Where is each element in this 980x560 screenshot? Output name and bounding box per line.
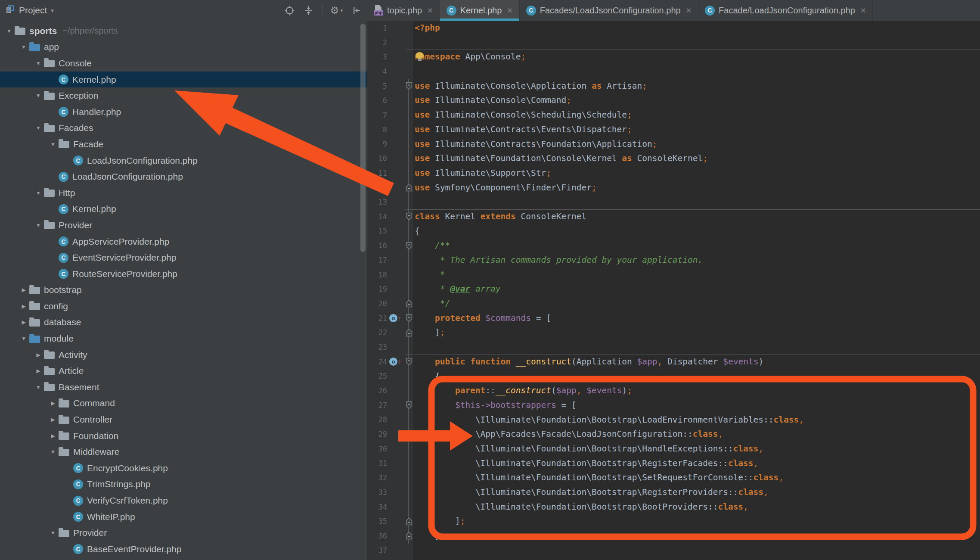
tree-item-console[interactable]: ▼Console [0,55,367,72]
chevron-collapsed-icon[interactable]: ▶ [34,352,43,358]
fold-collapse-icon[interactable] [403,314,415,322]
chevron-expanded-icon[interactable]: ▼ [48,141,58,147]
tree-item-database[interactable]: ▶database [0,314,367,331]
chevron-collapsed-icon[interactable]: ▶ [34,368,43,374]
chevron-expanded-icon[interactable]: ▼ [34,384,43,390]
tree-item-provider[interactable]: ▼Provider [0,217,367,233]
close-icon[interactable]: ✕ [686,6,692,15]
line-number[interactable]: 11 [367,169,387,177]
collapse-all-icon[interactable] [303,5,314,16]
code-editor[interactable]: 1<?php23namespace App\Console;45use Illu… [367,21,980,560]
chevron-expanded-icon[interactable]: ▼ [34,190,43,196]
tree-item-routeserviceprovider-php[interactable]: CRouteServiceProvider.php [0,266,367,282]
code-line-20[interactable]: 20 */ [367,296,980,311]
tree-item-eventserviceprovider-php[interactable]: CEventServiceProvider.php [0,249,367,266]
tree-item-appserviceprovider-php[interactable]: CAppServiceProvider.php [0,233,367,250]
code-line-26[interactable]: 26 parent::__construct($app, $events); [367,383,980,398]
tree-item-app[interactable]: ▼app [0,39,367,56]
settings-gear-icon[interactable]: ⚙ ▾ [330,6,343,16]
tree-item-facade[interactable]: ▼Facade [0,136,367,152]
tree-item-kernel-php[interactable]: CKernel.php [0,72,367,88]
close-icon[interactable]: ✕ [507,6,512,15]
line-number[interactable]: 37 [367,546,387,555]
chevron-expanded-icon[interactable]: ▼ [34,93,43,99]
line-number[interactable]: 8 [367,125,387,134]
line-number[interactable]: 13 [367,198,387,206]
chevron-expanded-icon[interactable]: ▼ [34,125,43,131]
line-number[interactable]: 1 [367,24,387,32]
chevron-collapsed-icon[interactable]: ▶ [48,417,58,423]
line-number[interactable]: 28 [367,415,387,424]
tree-item-facades[interactable]: ▼Facades [0,120,367,137]
tree-item-encryptcookies-php[interactable]: CEncryptCookies.php [0,460,367,476]
tree-item-activity[interactable]: ▶Activity [0,347,367,363]
code-line-27[interactable]: 27 $this->bootstrappers = [ [367,398,980,413]
code-line-14[interactable]: 14class Kernel extends ConsoleKernel [367,209,980,224]
line-number[interactable]: 36 [367,532,387,540]
code-line-7[interactable]: 7use Illuminate\Console\Scheduling\Sched… [367,108,980,122]
chevron-expanded-icon[interactable]: ▼ [48,449,58,455]
tree-item-http[interactable]: ▼Http [0,185,367,201]
tree-item-bootstrap[interactable]: ▶bootstrap [0,282,367,299]
code-line-19[interactable]: 19 * @var array [367,282,980,296]
chevron-collapsed-icon[interactable]: ▶ [48,433,58,439]
intention-bulb-icon[interactable] [416,52,424,59]
tab-facades-loadjsonconfiguration-php[interactable]: CFacades/LoadJsonConfiguration.php✕ [520,0,698,21]
line-number[interactable]: 9 [367,140,387,148]
close-icon[interactable]: ✕ [427,6,433,15]
line-number[interactable]: 17 [367,256,387,264]
line-number[interactable]: 5 [367,82,387,90]
chevron-expanded-icon[interactable]: ▼ [4,28,14,34]
code-line-35[interactable]: 35 ]; [367,514,980,529]
chevron-expanded-icon[interactable]: ▼ [48,530,58,536]
line-number[interactable]: 3 [367,53,387,61]
line-number[interactable]: 35 [367,517,387,526]
code-line-11[interactable]: 11use Illuminate\Support\Str; [367,166,980,180]
tree-item-verifycsrftoken-php[interactable]: CVerifyCsrfToken.php [0,492,367,509]
line-number[interactable]: 34 [367,503,387,511]
tree-item-loadjsonconfiguration-php[interactable]: CLoadJsonConfiguration.php [0,168,367,185]
chevron-collapsed-icon[interactable]: ▶ [19,287,28,293]
fold-end-icon[interactable] [403,329,415,337]
code-line-34[interactable]: 34 \Illuminate\Foundation\Bootstrap\Boot… [367,500,980,514]
code-line-3[interactable]: 3namespace App\Console; [367,50,980,64]
code-line-23[interactable]: 23 [367,340,980,355]
line-number[interactable]: 31 [367,459,387,467]
code-line-33[interactable]: 33 \Illuminate\Foundation\Bootstrap\Regi… [367,485,980,500]
code-line-10[interactable]: 10use Illuminate\Foundation\Console\Kern… [367,151,980,166]
line-number[interactable]: 2 [367,38,387,47]
code-line-25[interactable]: 25 { [367,369,980,384]
line-number[interactable]: 24 [367,358,387,366]
line-number[interactable]: 15 [367,227,387,235]
line-number[interactable]: 12 [367,183,387,192]
line-number[interactable]: 27 [367,401,387,410]
code-line-1[interactable]: 1<?php [367,21,980,35]
fold-end-icon[interactable] [403,532,415,540]
code-line-28[interactable]: 28 \Illuminate\Foundation\Bootstrap\Load… [367,413,980,427]
code-line-21[interactable]: 21o↑ protected $commands = [ [367,311,980,326]
line-number[interactable]: 16 [367,241,387,250]
tree-item-foundation[interactable]: ▶Foundation [0,428,367,444]
fold-collapse-icon[interactable] [403,82,415,90]
tab-facade-loadjsonconfiguration-php[interactable]: CFacade/LoadJsonConfiguration.php✕ [698,0,873,21]
tree-scrollbar[interactable] [360,24,366,252]
code-line-12[interactable]: 12use Symfony\Component\Finder\Finder; [367,180,980,195]
tab-topic-php[interactable]: phptopic.php✕ [367,0,440,21]
tree-item-baseeventprovider-php[interactable]: CBaseEventProvider.php [0,541,367,557]
tree-item-middleware[interactable]: ▼Middleware [0,444,367,460]
tree-item-loadjsonconfiguration-php[interactable]: CLoadJsonConfiguration.php [0,152,367,169]
chevron-collapsed-icon[interactable]: ▶ [19,319,28,325]
code-line-17[interactable]: 17 * The Artisan commands provided by yo… [367,253,980,268]
line-number[interactable]: 26 [367,386,387,395]
line-number[interactable]: 33 [367,488,387,497]
chevron-expanded-icon[interactable]: ▼ [19,336,28,342]
fold-collapse-icon[interactable] [403,242,415,250]
tree-item-provider[interactable]: ▼Provider [0,525,367,541]
code-line-31[interactable]: 31 \Illuminate\Foundation\Bootstrap\Regi… [367,456,980,471]
tree-item-module[interactable]: ▼module [0,330,367,347]
code-line-24[interactable]: 24o↑ public function __construct(Applica… [367,355,980,369]
code-line-9[interactable]: 9use Illuminate\Contracts\Foundation\App… [367,137,980,152]
code-line-30[interactable]: 30 \Illuminate\Foundation\Bootstrap\Hand… [367,442,980,456]
tree-item-exception[interactable]: ▼Exception [0,87,367,104]
tree-item-basement[interactable]: ▼Basement [0,379,367,395]
